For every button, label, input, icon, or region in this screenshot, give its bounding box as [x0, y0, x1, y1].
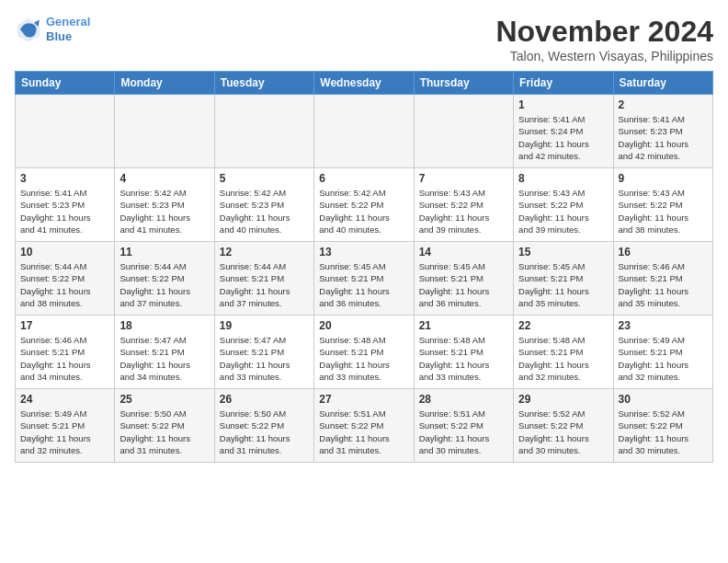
day-number: 9: [619, 172, 708, 185]
calendar-cell: 5Sunrise: 5:42 AM Sunset: 5:23 PM Daylig…: [214, 168, 313, 242]
calendar-week-row: 10Sunrise: 5:44 AM Sunset: 5:22 PM Dayli…: [16, 242, 713, 316]
calendar-cell: 9Sunrise: 5:43 AM Sunset: 5:22 PM Daylig…: [613, 168, 712, 242]
calendar-cell: 11Sunrise: 5:44 AM Sunset: 5:22 PM Dayli…: [115, 242, 214, 316]
weekday-header-friday: Friday: [514, 72, 613, 95]
calendar-cell: 24Sunrise: 5:49 AM Sunset: 5:21 PM Dayli…: [16, 389, 115, 463]
day-info: Sunrise: 5:46 AM Sunset: 5:21 PM Dayligh…: [619, 260, 708, 309]
calendar-cell: 6Sunrise: 5:42 AM Sunset: 5:22 PM Daylig…: [314, 168, 414, 242]
day-info: Sunrise: 5:44 AM Sunset: 5:22 PM Dayligh…: [119, 260, 209, 309]
day-number: 8: [518, 172, 608, 185]
day-number: 24: [20, 393, 109, 406]
calendar-cell: 22Sunrise: 5:48 AM Sunset: 5:21 PM Dayli…: [514, 316, 613, 389]
day-info: Sunrise: 5:47 AM Sunset: 5:21 PM Dayligh…: [119, 334, 209, 383]
day-number: 13: [319, 246, 408, 259]
calendar-cell: 1Sunrise: 5:41 AM Sunset: 5:24 PM Daylig…: [514, 95, 613, 168]
day-number: 18: [119, 319, 209, 332]
calendar-cell: 14Sunrise: 5:45 AM Sunset: 5:21 PM Dayli…: [414, 242, 513, 316]
weekday-header-saturday: Saturday: [613, 72, 712, 95]
day-number: 14: [419, 246, 508, 259]
day-info: Sunrise: 5:45 AM Sunset: 5:21 PM Dayligh…: [319, 260, 408, 309]
day-number: 19: [220, 319, 309, 332]
day-number: 1: [518, 98, 608, 111]
day-info: Sunrise: 5:43 AM Sunset: 5:22 PM Dayligh…: [619, 187, 708, 236]
day-info: Sunrise: 5:41 AM Sunset: 5:23 PM Dayligh…: [20, 187, 109, 236]
calendar-cell: 19Sunrise: 5:47 AM Sunset: 5:21 PM Dayli…: [214, 316, 313, 389]
day-info: Sunrise: 5:47 AM Sunset: 5:21 PM Dayligh…: [220, 334, 309, 383]
day-number: 7: [419, 172, 508, 185]
day-number: 12: [220, 246, 309, 259]
weekday-header-row: SundayMondayTuesdayWednesdayThursdayFrid…: [16, 72, 713, 95]
calendar-cell: 13Sunrise: 5:45 AM Sunset: 5:21 PM Dayli…: [314, 242, 414, 316]
weekday-header-thursday: Thursday: [414, 72, 513, 95]
day-info: Sunrise: 5:42 AM Sunset: 5:23 PM Dayligh…: [220, 187, 309, 236]
day-info: Sunrise: 5:43 AM Sunset: 5:22 PM Dayligh…: [518, 187, 608, 236]
day-number: 16: [619, 246, 708, 259]
day-number: 23: [619, 319, 708, 332]
day-info: Sunrise: 5:43 AM Sunset: 5:22 PM Dayligh…: [419, 187, 508, 236]
day-number: 2: [619, 98, 708, 111]
calendar-cell: 12Sunrise: 5:44 AM Sunset: 5:21 PM Dayli…: [214, 242, 313, 316]
day-info: Sunrise: 5:45 AM Sunset: 5:21 PM Dayligh…: [518, 260, 608, 309]
calendar-week-row: 24Sunrise: 5:49 AM Sunset: 5:21 PM Dayli…: [16, 389, 713, 463]
day-info: Sunrise: 5:51 AM Sunset: 5:22 PM Dayligh…: [319, 408, 408, 456]
day-info: Sunrise: 5:51 AM Sunset: 5:22 PM Dayligh…: [419, 408, 508, 456]
day-number: 28: [419, 393, 508, 406]
calendar-cell: 16Sunrise: 5:46 AM Sunset: 5:21 PM Dayli…: [613, 242, 712, 316]
logo-text: General Blue: [46, 15, 90, 43]
calendar-cell: 17Sunrise: 5:46 AM Sunset: 5:21 PM Dayli…: [16, 316, 115, 389]
weekday-header-sunday: Sunday: [16, 72, 115, 95]
weekday-header-wednesday: Wednesday: [314, 72, 414, 95]
day-info: Sunrise: 5:48 AM Sunset: 5:21 PM Dayligh…: [319, 334, 408, 383]
weekday-header-monday: Monday: [115, 72, 214, 95]
logo-icon: [15, 16, 42, 43]
calendar-cell: 27Sunrise: 5:51 AM Sunset: 5:22 PM Dayli…: [314, 389, 414, 463]
day-info: Sunrise: 5:50 AM Sunset: 5:22 PM Dayligh…: [220, 408, 309, 456]
calendar-cell: 8Sunrise: 5:43 AM Sunset: 5:22 PM Daylig…: [514, 168, 613, 242]
day-number: 25: [119, 393, 209, 406]
day-info: Sunrise: 5:42 AM Sunset: 5:23 PM Dayligh…: [119, 187, 209, 236]
calendar-cell: 15Sunrise: 5:45 AM Sunset: 5:21 PM Dayli…: [514, 242, 613, 316]
day-info: Sunrise: 5:52 AM Sunset: 5:22 PM Dayligh…: [518, 408, 608, 456]
day-info: Sunrise: 5:48 AM Sunset: 5:21 PM Dayligh…: [518, 334, 608, 383]
day-number: 10: [20, 246, 109, 259]
calendar-cell: 3Sunrise: 5:41 AM Sunset: 5:23 PM Daylig…: [16, 168, 115, 242]
calendar-cell: 20Sunrise: 5:48 AM Sunset: 5:21 PM Dayli…: [314, 316, 414, 389]
day-info: Sunrise: 5:49 AM Sunset: 5:21 PM Dayligh…: [619, 334, 708, 383]
day-number: 11: [119, 246, 209, 259]
day-number: 4: [119, 172, 209, 185]
calendar-cell: 21Sunrise: 5:48 AM Sunset: 5:21 PM Dayli…: [414, 316, 513, 389]
calendar-cell: 23Sunrise: 5:49 AM Sunset: 5:21 PM Dayli…: [613, 316, 712, 389]
calendar-cell: 18Sunrise: 5:47 AM Sunset: 5:21 PM Dayli…: [115, 316, 214, 389]
title-area: November 2024 Talon, Western Visayas, Ph…: [495, 15, 713, 63]
calendar-cell: 10Sunrise: 5:44 AM Sunset: 5:22 PM Dayli…: [16, 242, 115, 316]
day-number: 3: [20, 172, 109, 185]
weekday-header-tuesday: Tuesday: [214, 72, 313, 95]
day-info: Sunrise: 5:42 AM Sunset: 5:22 PM Dayligh…: [319, 187, 408, 236]
day-number: 21: [419, 319, 508, 332]
day-number: 15: [518, 246, 608, 259]
month-title: November 2024: [495, 15, 713, 49]
calendar-cell: [214, 95, 313, 168]
calendar-cell: [16, 95, 115, 168]
logo: General Blue: [15, 15, 90, 43]
calendar-cell: 29Sunrise: 5:52 AM Sunset: 5:22 PM Dayli…: [514, 389, 613, 463]
day-info: Sunrise: 5:41 AM Sunset: 5:23 PM Dayligh…: [619, 113, 708, 162]
day-info: Sunrise: 5:46 AM Sunset: 5:21 PM Dayligh…: [20, 334, 109, 383]
day-number: 5: [220, 172, 309, 185]
day-number: 26: [220, 393, 309, 406]
day-number: 27: [319, 393, 408, 406]
calendar-week-row: 17Sunrise: 5:46 AM Sunset: 5:21 PM Dayli…: [16, 316, 713, 389]
day-info: Sunrise: 5:44 AM Sunset: 5:22 PM Dayligh…: [20, 260, 109, 309]
calendar-cell: 26Sunrise: 5:50 AM Sunset: 5:22 PM Dayli…: [214, 389, 313, 463]
header: General Blue November 2024 Talon, Wester…: [15, 15, 713, 63]
calendar-cell: 7Sunrise: 5:43 AM Sunset: 5:22 PM Daylig…: [414, 168, 513, 242]
day-number: 6: [319, 172, 408, 185]
day-info: Sunrise: 5:50 AM Sunset: 5:22 PM Dayligh…: [119, 408, 209, 456]
day-info: Sunrise: 5:52 AM Sunset: 5:22 PM Dayligh…: [619, 408, 708, 456]
calendar-cell: [414, 95, 513, 168]
day-info: Sunrise: 5:48 AM Sunset: 5:21 PM Dayligh…: [419, 334, 508, 383]
day-info: Sunrise: 5:41 AM Sunset: 5:24 PM Dayligh…: [518, 113, 608, 162]
day-info: Sunrise: 5:49 AM Sunset: 5:21 PM Dayligh…: [20, 408, 109, 456]
day-number: 20: [319, 319, 408, 332]
day-number: 29: [518, 393, 608, 406]
